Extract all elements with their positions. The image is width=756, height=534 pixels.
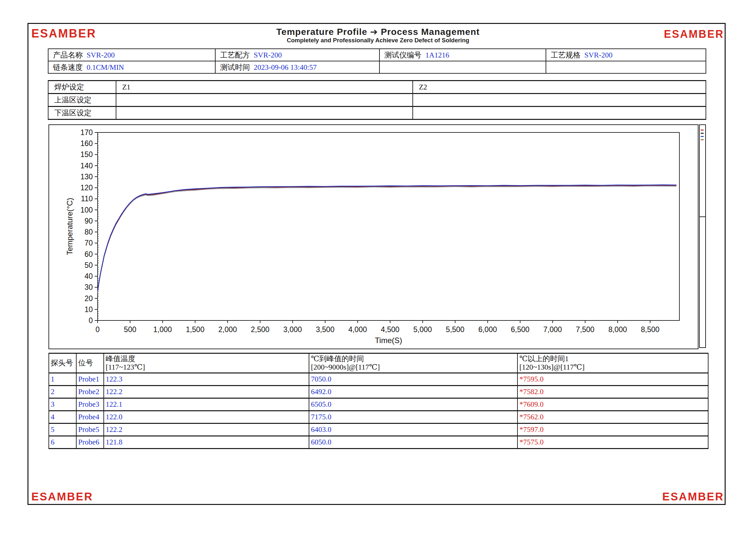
x-tick-label: 6,500 <box>511 325 529 334</box>
chain-speed-value: 0.1CM/MIN <box>87 63 124 71</box>
col-header-time-above-line1: ℃以上的时间1 <box>519 355 708 363</box>
probe-peak-temp-cell: 122.3 <box>104 373 309 386</box>
chart-scrollbar-strip[interactable] <box>699 124 706 348</box>
probe-no-cell: 6 <box>49 436 76 449</box>
legend-mark-red <box>701 130 704 131</box>
x-tick-label: 0 <box>96 325 100 334</box>
probe-row: 5 Probe5 122.2 6403.0 *7597.0 <box>49 423 708 436</box>
probe-position-cell: Probe3 <box>76 398 104 411</box>
oven-row-setting: 焊炉设定 Z1 Z2 <box>48 81 706 94</box>
legend-mark-brown <box>701 139 704 140</box>
probe-no-cell: 2 <box>49 386 76 398</box>
curve-probe6 <box>97 186 676 292</box>
probe-peak-temp-cell: 122.0 <box>104 411 309 423</box>
lower-zone2-value <box>413 107 706 119</box>
x-tick-label: 4,500 <box>381 325 399 334</box>
col-header-time-to-peak-line1: ℃到峰值的时间 <box>311 355 517 363</box>
x-tick-label: 3,500 <box>316 325 335 334</box>
legend-mark-blue <box>701 136 704 137</box>
product-name-cell: 产品名称SVR-200 <box>48 49 215 61</box>
probe-time-to-peak-cell: 6050.0 <box>309 436 518 449</box>
y-tick-label: 70 <box>84 239 93 247</box>
brand-logo-top-left: ESAMBER <box>31 26 96 40</box>
probe-peak-temp-cell: 122.2 <box>104 386 309 398</box>
probe-position-cell: Probe4 <box>76 411 104 423</box>
x-tick-label: 3,000 <box>284 325 302 334</box>
y-tick-label: 130 <box>80 172 93 181</box>
probe-position-cell: Probe6 <box>76 436 104 449</box>
curve-probe4 <box>97 186 676 292</box>
col-header-peak-temp-line2: [117~123℃] <box>106 363 309 371</box>
curve-probe3 <box>97 186 676 292</box>
probe-time-to-peak-cell: 6492.0 <box>309 386 518 398</box>
y-tick-label: 30 <box>84 283 93 292</box>
y-tick-label: 90 <box>84 217 93 225</box>
x-tick-label: 6,000 <box>478 325 497 334</box>
y-tick-label: 160 <box>80 139 93 148</box>
col-header-time-above: ℃以上的时间1[120~130s]@[117℃] <box>518 353 708 373</box>
col-header-time-above-line2: [120~130s]@[117℃] <box>519 363 708 371</box>
probe-time-to-peak-cell: 7175.0 <box>309 411 518 423</box>
info-row-2: 链条速度0.1CM/MIN 测试时间2023-09-06 13:40:57 <box>48 61 706 73</box>
probe-position-cell: Probe2 <box>76 386 104 398</box>
col-header-time-to-peak-line2: [200~9000s]@[117℃] <box>311 363 517 371</box>
zone2-header: Z2 <box>413 81 706 94</box>
col-header-probe-no-text: 探头号 <box>51 359 73 367</box>
report-page: ESAMBER ESAMBER Temperature Profile ➔ Pr… <box>0 0 756 534</box>
recipe-cell: 工艺配方SVR-200 <box>215 49 379 61</box>
probe-row: 4 Probe4 122.0 7175.0 *7562.0 <box>49 411 708 423</box>
col-header-position: 位号 <box>76 353 104 373</box>
probe-time-above-cell: *7575.0 <box>518 436 708 449</box>
product-info-table: 产品名称SVR-200 工艺配方SVR-200 测试仪编号1A1216 工艺规格… <box>48 48 706 74</box>
recipe-value: SVR-200 <box>254 51 282 59</box>
spec-cell: 工艺规格SVR-200 <box>546 49 706 61</box>
spec-label: 工艺规格 <box>551 51 580 59</box>
probe-time-above-cell: *7562.0 <box>518 411 708 423</box>
probe-no-cell: 4 <box>49 411 76 423</box>
probe-time-above-cell: *7582.0 <box>518 386 708 398</box>
info-row-1: 产品名称SVR-200 工艺配方SVR-200 测试仪编号1A1216 工艺规格… <box>48 49 706 61</box>
y-tick-label: 100 <box>80 206 93 214</box>
chain-speed-cell: 链条速度0.1CM/MIN <box>48 61 215 73</box>
temperature-chart: 0102030405060708090100110120130140150160… <box>49 125 696 347</box>
col-header-position-text: 位号 <box>78 359 93 367</box>
info-empty-cell-1 <box>379 61 546 73</box>
tester-id-label: 测试仪编号 <box>384 51 421 59</box>
x-tick-label: 4,000 <box>348 325 367 334</box>
probe-time-to-peak-cell: 7050.0 <box>309 373 518 386</box>
probe-position-cell: Probe1 <box>76 373 104 386</box>
brand-logo-bottom-left: ESAMBER <box>31 490 93 503</box>
brand-logo-bottom-right: ESAMBER <box>662 490 724 503</box>
probe-peak-temp-cell: 122.1 <box>104 398 309 411</box>
y-tick-label: 80 <box>84 228 93 236</box>
spec-value: SVR-200 <box>584 51 612 59</box>
legend-mark-black <box>701 133 704 134</box>
y-tick-label: 170 <box>80 128 93 137</box>
y-tick-label: 20 <box>84 294 93 303</box>
brand-logo-top-right: ESAMBER <box>664 27 724 40</box>
y-tick-label: 140 <box>80 162 93 170</box>
x-tick-label: 500 <box>124 325 136 334</box>
probe-row: 1 Probe1 122.3 7050.0 *7595.0 <box>49 373 708 386</box>
x-tick-label: 8,500 <box>641 325 660 334</box>
x-tick-label: 8,000 <box>608 325 627 334</box>
x-tick-label: 7,500 <box>576 325 595 334</box>
curve-probe5 <box>97 185 676 292</box>
x-tick-label: 2,500 <box>251 325 270 334</box>
lower-zone-label: 下温区设定 <box>48 107 116 119</box>
y-tick-label: 40 <box>84 272 93 280</box>
test-time-cell: 测试时间2023-09-06 13:40:57 <box>215 61 379 73</box>
product-name-value: SVR-200 <box>87 51 115 59</box>
col-header-peak-temp: 峰值温度[117~123℃] <box>104 353 309 373</box>
y-tick-label: 60 <box>84 250 93 258</box>
tester-id-cell: 测试仪编号1A1216 <box>379 49 546 61</box>
y-tick-label: 10 <box>84 305 93 314</box>
x-tick-label: 5,500 <box>446 325 465 334</box>
recipe-label: 工艺配方 <box>220 51 250 59</box>
page-title: Temperature Profile ➔ Process Management <box>276 27 480 37</box>
x-tick-label: 1,500 <box>186 325 204 334</box>
y-tick-label: 150 <box>80 150 93 159</box>
probe-time-above-cell: *7609.0 <box>518 398 708 411</box>
probe-time-to-peak-cell: 6505.0 <box>309 398 518 411</box>
y-axis-title: Temperature(°C) <box>65 198 74 255</box>
